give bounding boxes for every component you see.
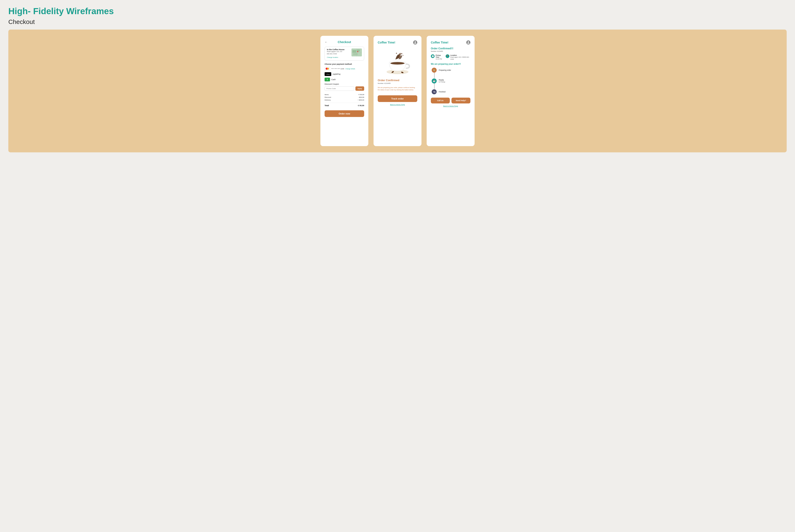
- delivery-label: Delivery: [325, 99, 331, 101]
- discount-label-summary: Discount: [325, 96, 331, 98]
- connector-2: [434, 83, 435, 89]
- svg-point-13: [403, 55, 403, 56]
- section-label: Checkout: [8, 18, 787, 25]
- page-title: High- Fidelity Wireframes: [8, 6, 787, 16]
- location-name: In the Coffee House: [327, 49, 345, 51]
- action-buttons: Call Us Need Help?: [431, 98, 470, 103]
- items-row: Items € 99,99: [325, 94, 364, 96]
- back-arrow-icon[interactable]: ←: [325, 40, 327, 44]
- clock-icon: 🕐: [431, 54, 435, 58]
- location-block: 📍 Location Road upper 123, COEID A01 XX0…: [446, 54, 470, 60]
- preparing-label: Preparing order: [439, 69, 451, 71]
- location-pin-icon: 📍: [446, 54, 449, 58]
- ready-icon: ☕: [432, 78, 437, 83]
- total-label: Total: [325, 104, 329, 107]
- coffee-image: [378, 47, 417, 76]
- location-address: Road uppper 123, CO: [327, 51, 345, 53]
- track-order-button[interactable]: Track order: [378, 95, 417, 102]
- mastercard-icon: [325, 67, 330, 71]
- timeline-item-finished: 🛍 Finished: [432, 89, 470, 94]
- timeline-item-preparing: ⏳ Preparing order: [432, 68, 470, 73]
- svg-point-6: [357, 51, 358, 52]
- total-row: Total € 99,99: [325, 104, 364, 107]
- ready-label: Readyto Pickup: [439, 79, 445, 83]
- call-us-button[interactable]: Call Us: [431, 98, 450, 103]
- cash-option[interactable]: $ Cash: [325, 78, 364, 81]
- screen-order-confirmed: Coffee Time!: [374, 36, 421, 146]
- total-price: € 99,99: [358, 104, 364, 107]
- preparing-message: We are preparing your order, please cont…: [378, 87, 417, 91]
- svg-rect-1: [353, 50, 356, 53]
- summary-divider: [325, 102, 364, 103]
- order-status-header: Coffee Time!: [431, 40, 470, 44]
- pickup-time-block: 🕐 Pickup Time 13:15 PM: [431, 54, 444, 60]
- discount-coupon-row: Apply: [325, 87, 364, 91]
- timeline-item-ready: ☕ Readyto Pickup: [432, 78, 470, 83]
- need-help-button[interactable]: Need Help?: [451, 98, 470, 103]
- checkout-title: Checkout: [338, 40, 351, 44]
- screen-order-status: Coffee Time! Order Confirmed!!! Number #…: [427, 36, 474, 146]
- items-price: € 99,99: [359, 94, 364, 96]
- payment-label: Choose your payment method:: [325, 63, 364, 65]
- pickup-location-row: 🕐 Pickup Time 13:15 PM 📍 Location Road u…: [431, 54, 470, 60]
- applepay-label: ApplePay: [332, 73, 341, 75]
- card-number: **** **** **** 1234: [331, 68, 344, 70]
- svg-point-12: [401, 53, 402, 54]
- order-confirmed-header: Coffee Time!: [378, 40, 417, 44]
- preparing-section-title: We are preparing your order!!!: [431, 63, 470, 65]
- spacer-1: [432, 73, 470, 78]
- location-label-s3: Location: [450, 54, 470, 56]
- discount-row-summary: Discount - $09,99: [325, 96, 364, 98]
- wireframe-container: ← Checkout In the Coffee House Road uppp…: [8, 30, 787, 152]
- spacer-2: [432, 83, 470, 89]
- cash-label: Cash: [331, 78, 336, 80]
- applepay-icon: ⊹Pay: [325, 72, 331, 76]
- back-home-link-s3[interactable]: Back to Home Page: [431, 105, 470, 107]
- svg-rect-3: [353, 53, 358, 55]
- finished-icon: 🛍: [432, 89, 437, 94]
- order-number-s3: Number #123455: [431, 50, 470, 52]
- change-location-link[interactable]: Change location: [327, 56, 338, 58]
- finished-label: Finished: [439, 91, 446, 93]
- discount-coupon-label: Discount Coupon: [325, 83, 364, 85]
- apply-button[interactable]: Apply: [356, 87, 364, 91]
- location-value-s3: Road upper 123, COEID A01 XX00: [450, 56, 470, 60]
- screen-checkout: ← Checkout In the Coffee House Road uppp…: [321, 36, 368, 146]
- cash-icon: $: [325, 78, 330, 81]
- brand-title-s2: Coffee Time!: [378, 41, 395, 44]
- order-summary: Items € 99,99 Discount - $09,99 Delivery…: [325, 94, 364, 107]
- order-confirmed-title: Order Confirmed: [378, 79, 417, 82]
- card-payment-option[interactable]: **** **** **** 1234 Change details: [325, 67, 364, 71]
- delivery-row: Delivery + $09,00: [325, 99, 364, 101]
- checkout-header: ← Checkout: [325, 40, 364, 44]
- preparing-icon: ⏳: [432, 68, 437, 73]
- svg-point-14: [396, 53, 397, 54]
- pickup-time-label: Pickup Time: [436, 54, 444, 58]
- pickup-time-value: 13:15 PM: [436, 58, 444, 60]
- order-number-s2: Number #123455: [378, 82, 417, 84]
- svg-point-7: [415, 41, 416, 43]
- order-confirmed-title-s3: Order Confirmed!!!: [431, 47, 470, 50]
- connector-1: [434, 72, 435, 78]
- change-details-link[interactable]: Change details: [345, 68, 355, 70]
- back-home-link-s2[interactable]: Back to Home Page: [378, 104, 417, 106]
- svg-point-17: [468, 41, 469, 43]
- status-timeline: ⏳ Preparing order ☕ Readyto Pickup 🛍 Fin…: [431, 68, 470, 94]
- delivery-price: + $09,00: [358, 99, 364, 101]
- promo-code-input[interactable]: [325, 87, 354, 91]
- svg-point-11: [391, 62, 404, 64]
- discount-price: - $09,99: [358, 96, 364, 98]
- user-avatar-icon-s2[interactable]: [413, 40, 417, 44]
- location-box: In the Coffee House Road uppper 123, CO …: [325, 46, 364, 61]
- applepay-option[interactable]: ⊹Pay ApplePay: [325, 72, 364, 76]
- items-label: Items: [325, 94, 329, 96]
- location-code: EID A01 XX00: [327, 53, 345, 55]
- user-avatar-icon-s3[interactable]: [466, 40, 470, 44]
- brand-title-s3: Coffee Time!: [431, 41, 449, 44]
- map-thumbnail: [351, 49, 362, 56]
- order-now-button[interactable]: Order now: [325, 110, 364, 117]
